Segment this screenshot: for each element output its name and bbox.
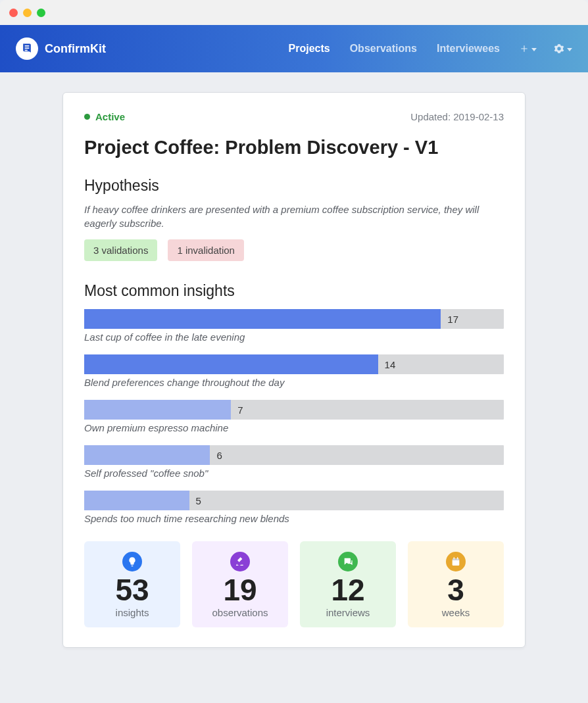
project-card: Active Updated: 2019-02-13 Project Coffe… xyxy=(62,92,526,648)
insight-value: 7 xyxy=(237,404,243,416)
stats-row: 53insights19observations12interviews3wee… xyxy=(84,541,504,627)
insight-row[interactable]: 7Own premium espresso machine xyxy=(84,400,504,433)
svg-rect-4 xyxy=(453,558,460,560)
stat-value: 53 xyxy=(115,574,149,606)
status-dot-icon xyxy=(84,114,90,120)
add-menu[interactable] xyxy=(520,44,537,53)
insight-label: Blend preferences change throughout the … xyxy=(84,377,504,388)
window-close-dot[interactable] xyxy=(9,9,18,17)
brand-name: ConfirmKit xyxy=(45,42,106,56)
validation-badges: 3 validations 1 invalidation xyxy=(84,239,504,261)
stat-value: 12 xyxy=(331,574,364,606)
plus-icon xyxy=(520,44,529,53)
validations-badge[interactable]: 3 validations xyxy=(84,239,157,261)
navbar: ConfirmKit Projects Observations Intervi… xyxy=(0,25,588,72)
insight-bar-fill xyxy=(84,400,231,420)
app-window: ConfirmKit Projects Observations Intervi… xyxy=(0,0,588,674)
chat-icon xyxy=(338,552,358,571)
nav-link-projects[interactable]: Projects xyxy=(289,43,330,55)
insight-label: Own premium espresso machine xyxy=(84,422,504,433)
calendar-icon xyxy=(446,552,466,571)
microscope-icon xyxy=(230,552,250,571)
stat-value: 3 xyxy=(447,574,464,606)
gear-icon xyxy=(554,43,564,54)
insight-row[interactable]: 5Spends too much time researching new bl… xyxy=(84,491,504,524)
insight-bar-fill xyxy=(84,309,441,329)
stat-label: observations xyxy=(212,607,268,618)
svg-rect-2 xyxy=(25,50,28,51)
nav-link-interviewees[interactable]: Interviewees xyxy=(437,43,500,55)
insight-bar-fill xyxy=(84,354,378,374)
insight-bar: 14 xyxy=(84,354,504,374)
project-title: Project Coffee: Problem Discovery - V1 xyxy=(84,137,504,158)
nav-actions xyxy=(520,43,572,54)
nav-links: Projects Observations Interviewees xyxy=(289,43,500,55)
insight-value: 6 xyxy=(216,450,222,461)
settings-menu[interactable] xyxy=(554,43,572,54)
insight-value: 14 xyxy=(385,359,396,370)
stat-label: insights xyxy=(116,607,149,618)
status-badge: Active xyxy=(84,111,125,122)
chevron-down-icon xyxy=(567,48,572,51)
insight-bar: 7 xyxy=(84,400,504,420)
hypothesis-text: If heavy coffee drinkers are presented w… xyxy=(84,203,504,230)
svg-rect-5 xyxy=(454,557,454,559)
insight-bar: 5 xyxy=(84,491,504,510)
brand[interactable]: ConfirmKit xyxy=(16,37,106,60)
stat-card-interviews[interactable]: 12interviews xyxy=(300,541,396,627)
stat-label: weeks xyxy=(442,607,470,618)
svg-rect-6 xyxy=(457,557,458,559)
insight-label: Last cup of coffee in the late evening xyxy=(84,331,504,343)
window-minimize-dot[interactable] xyxy=(23,9,32,17)
bulb-icon xyxy=(122,552,142,571)
svg-rect-1 xyxy=(25,47,30,49)
stat-card-weeks[interactable]: 3weeks xyxy=(408,541,504,627)
insight-row[interactable]: 6Self professed "coffee snob" xyxy=(84,445,504,479)
insight-bar: 17 xyxy=(84,309,504,329)
insight-bar: 6 xyxy=(84,445,504,465)
svg-rect-0 xyxy=(25,45,30,47)
insight-row[interactable]: 14Blend preferences change throughout th… xyxy=(84,354,504,388)
stat-card-insights[interactable]: 53insights xyxy=(84,541,180,627)
updated-label: Updated: 2019-02-13 xyxy=(410,111,504,122)
brand-icon xyxy=(16,37,38,60)
nav-link-observations[interactable]: Observations xyxy=(350,43,417,55)
insight-label: Self professed "coffee snob" xyxy=(84,468,504,479)
insights-heading: Most common insights xyxy=(84,282,504,300)
insight-label: Spends too much time researching new ble… xyxy=(84,513,504,524)
insight-value: 5 xyxy=(196,495,201,506)
insight-value: 17 xyxy=(447,314,458,325)
insight-bar-fill xyxy=(84,445,210,465)
stat-value: 19 xyxy=(223,574,257,606)
hypothesis-heading: Hypothesis xyxy=(84,177,504,195)
insight-row[interactable]: 17Last cup of coffee in the late evening xyxy=(84,309,504,343)
status-label: Active xyxy=(95,111,125,122)
chevron-down-icon xyxy=(531,48,537,51)
window-maximize-dot[interactable] xyxy=(37,9,45,17)
insights-list: 17Last cup of coffee in the late evening… xyxy=(84,309,504,524)
content: Active Updated: 2019-02-13 Project Coffe… xyxy=(0,72,588,674)
window-titlebar xyxy=(0,0,588,25)
invalidations-badge[interactable]: 1 invalidation xyxy=(168,239,244,261)
stat-label: interviews xyxy=(326,607,370,618)
insight-bar-fill xyxy=(84,491,189,510)
stat-card-observations[interactable]: 19observations xyxy=(192,541,288,627)
